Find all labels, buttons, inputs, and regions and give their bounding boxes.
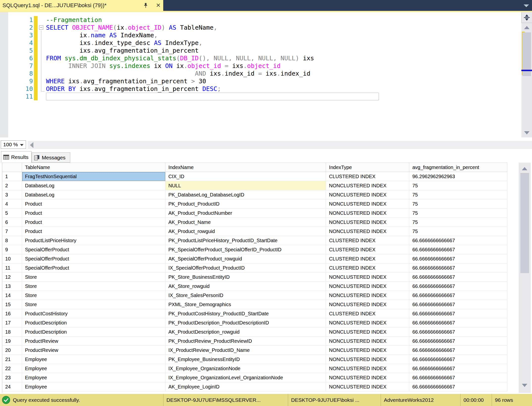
grid-cell[interactable]: 66.6666666666667 [409,273,507,282]
table-row[interactable]: 22EmployeeIX_Employee_OrganizationNodeNO… [2,364,507,373]
code-line[interactable]: ORDER BY ixs.avg_fragmentation_in_percen… [46,85,314,93]
grid-cell[interactable]: PK_ProductCostHistory_ProductID_StartDat… [165,309,326,318]
row-number-cell[interactable]: 20 [2,346,22,355]
grid-cell[interactable]: PK_SpecialOfferProduct_SpecialOfferID_Pr… [165,245,326,254]
grid-cell[interactable]: IX_Employee_OrganizationLevel_Organizati… [165,373,326,382]
grid-cell[interactable]: Employee [22,382,165,391]
grid-cell[interactable]: FragTestNonSequential [22,172,165,181]
table-row[interactable]: 3DatabaseLogPK_DatabaseLog_DatabaseLogID… [2,190,507,199]
grid-cell[interactable]: 75 [409,190,507,199]
grid-cell[interactable]: CLUSTERED INDEX [326,263,409,273]
line-number[interactable]: 2 [8,24,33,31]
grid-cell[interactable]: PK_DatabaseLog_DatabaseLogID [165,190,326,199]
grid-cell[interactable]: Product [22,209,165,218]
table-row[interactable]: 14StoreIX_Store_SalesPersonIDNONCLUSTERE… [2,291,507,300]
row-number-cell[interactable]: 4 [2,199,22,209]
grid-cell[interactable]: NONCLUSTERED INDEX [326,364,409,373]
grid-cell[interactable]: 66.6666666666667 [409,373,507,382]
row-number-cell[interactable]: 15 [2,300,22,309]
table-row[interactable]: 2DatabaseLogNULLNONCLUSTERED INDEX75 [2,181,507,190]
grid-cell[interactable]: NONCLUSTERED INDEX [326,337,409,346]
grid-cell[interactable]: 66.6666666666667 [409,291,507,300]
row-number-cell[interactable]: 7 [2,227,22,236]
grid-cell[interactable]: NONCLUSTERED INDEX [326,209,409,218]
line-number[interactable]: 11 [8,93,33,100]
grid-scrollbar-thumb[interactable] [520,173,529,273]
tab-messages[interactable]: Messages [32,152,70,163]
grid-cell[interactable]: SpecialOfferProduct [22,254,165,263]
line-number[interactable]: 8 [8,70,33,77]
table-row[interactable]: 20ProductReviewIX_ProductReview_ProductI… [2,346,507,355]
grid-cell[interactable]: DatabaseLog [22,190,165,199]
row-number-cell[interactable]: 14 [2,291,22,300]
grid-cell[interactable]: IX_Store_SalesPersonID [165,291,326,300]
row-number-cell[interactable]: 11 [2,263,22,273]
grid-cell[interactable]: 96.2962962962963 [409,172,507,181]
scroll-up-arrow-icon[interactable] [524,26,530,29]
table-row[interactable]: 17ProductDescriptionPK_ProductDescriptio… [2,318,507,327]
code-line[interactable]: FROM sys.dm_db_index_physical_stats(DB_I… [46,54,314,62]
row-number-cell[interactable]: 17 [2,318,22,327]
line-number[interactable]: 3 [8,31,33,39]
document-tab[interactable]: SQLQuery1.sql - DE...JU7UEF\boksi (79))*… [0,0,163,11]
grid-cell[interactable]: CIX_ID [165,172,326,181]
line-number[interactable]: 5 [8,47,33,54]
grid-cell[interactable]: 66.6666666666667 [409,337,507,346]
table-row[interactable]: 1FragTestNonSequentialCIX_IDCLUSTERED IN… [2,172,507,181]
table-row[interactable]: 11SpecialOfferProductIX_SpecialOfferProd… [2,263,507,273]
code-line[interactable]: ix.name AS IndexName, [46,31,314,39]
row-number-cell[interactable]: 2 [2,181,22,190]
grid-cell[interactable]: Product [22,218,165,227]
row-number-cell[interactable]: 16 [2,309,22,318]
row-number-cell[interactable]: 24 [2,382,22,391]
table-row[interactable]: 6ProductAK_Product_NameNONCLUSTERED INDE… [2,218,507,227]
grid-cell[interactable]: DatabaseLog [22,181,165,190]
grid-cell[interactable]: IX_Employee_OrganizationNode [165,364,326,373]
grid-cell[interactable]: 66.6666666666667 [409,318,507,327]
row-number-cell[interactable]: 1 [2,172,22,181]
grid-cell[interactable]: NONCLUSTERED INDEX [326,218,409,227]
grid-cell[interactable]: NONCLUSTERED INDEX [326,282,409,291]
grid-cell[interactable]: IX_ProductReview_ProductID_Name [165,346,326,355]
line-number[interactable]: 9 [8,77,33,85]
grid-vertical-scrollbar[interactable] [519,163,531,393]
table-row[interactable]: 5ProductAK_Product_ProductNumberNONCLUST… [2,209,507,218]
row-number-cell[interactable]: 23 [2,373,22,382]
grid-cell[interactable]: Store [22,291,165,300]
grid-cell[interactable]: 75 [409,227,507,236]
tab-results[interactable]: Results [1,151,32,163]
grid-cell[interactable]: ProductDescription [22,318,165,327]
column-header[interactable]: IndexName [165,163,326,172]
grid-cell[interactable]: NONCLUSTERED INDEX [326,346,409,355]
code-line[interactable]: --Fragmentation [46,16,314,24]
grid-cell[interactable]: AK_Store_rowguid [165,282,326,291]
close-icon[interactable]: × [154,0,162,10]
grid-cell[interactable]: AK_ProductDescription_rowguid [165,327,326,337]
code-fold-toggle[interactable] [39,25,43,30]
scroll-left-arrow-icon[interactable] [30,142,33,148]
grid-cell[interactable]: NONCLUSTERED INDEX [326,291,409,300]
grid-cell[interactable]: ProductReview [22,346,165,355]
row-number-cell[interactable]: 5 [2,209,22,218]
pin-icon[interactable] [142,2,149,9]
column-header[interactable]: avg_fragmentation_in_percent [409,163,507,172]
grid-cell[interactable]: NONCLUSTERED INDEX [326,273,409,282]
grid-cell[interactable]: Product [22,199,165,209]
grid-cell[interactable]: NULL [165,181,326,190]
column-header[interactable]: IndexType [326,163,409,172]
row-number-cell[interactable]: 9 [2,245,22,254]
code-line[interactable]: SELECT OBJECT_NAME(ix.object_ID) AS Tabl… [46,24,314,31]
scroll-down-arrow-icon[interactable] [522,384,527,387]
breakpoint-margin[interactable] [0,12,8,137]
grid-cell[interactable]: AK_SpecialOfferProduct_rowguid [165,254,326,263]
grid-cell[interactable]: 66.6666666666667 [409,309,507,318]
grid-cell[interactable]: PK_Store_BusinessEntityID [165,273,326,282]
grid-cell[interactable]: 66.6666666666667 [409,254,507,263]
grid-cell[interactable]: SpecialOfferProduct [22,263,165,273]
table-row[interactable]: 15StorePXML_Store_DemographicsNONCLUSTER… [2,300,507,309]
grid-cell[interactable]: ProductCostHistory [22,309,165,318]
row-number-cell[interactable]: 12 [2,273,22,282]
grid-cell[interactable]: 75 [409,199,507,209]
grid-cell[interactable]: NONCLUSTERED INDEX [326,199,409,209]
grid-cell[interactable]: NONCLUSTERED INDEX [326,327,409,337]
